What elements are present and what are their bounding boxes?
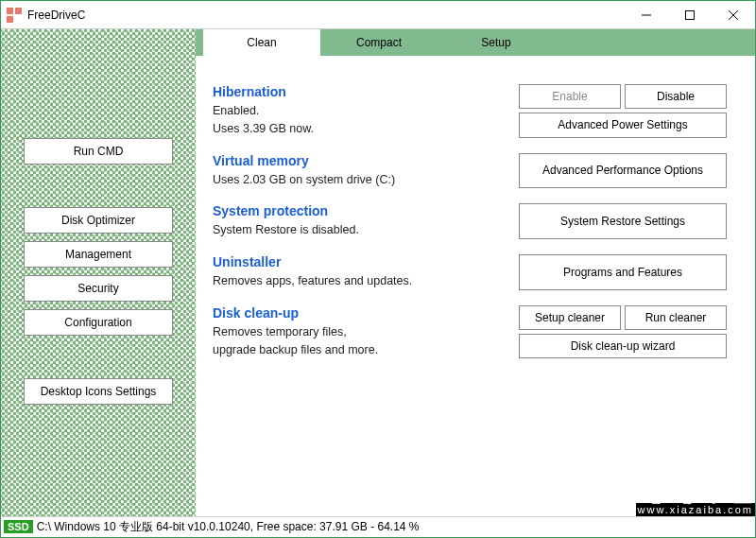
system-protection-status: System Restore is disabled. [213,221,519,239]
sidebar: Run CMD Disk Optimizer Management Securi… [1,29,196,517]
hibernation-status: Enabled. [213,102,519,120]
security-button[interactable]: Security [24,275,173,302]
desktop-icons-button[interactable]: Desktop Icons Settings [24,378,173,405]
svg-rect-4 [686,11,695,20]
disk-cleanup-wizard-button[interactable]: Disk clean-up wizard [519,334,727,359]
system-protection-title: System protection [213,203,519,218]
hibernation-disable-button[interactable]: Disable [625,84,727,109]
hibernation-enable-button[interactable]: Enable [519,84,621,109]
tabs-bar: Clean Compact Setup [196,29,755,56]
window-title: FreeDriveC [27,9,625,22]
virtual-memory-usage: Uses 2.03 GB on system drive (C:) [213,171,519,189]
programs-and-features-button[interactable]: Programs and Features [519,254,727,290]
content-area: Clean Compact Setup Hibernation Enabled.… [196,29,755,517]
disk-cleanup-title: Disk clean-up [213,305,519,321]
tab-compact[interactable]: Compact [320,29,438,56]
hibernation-usage: Uses 3.39 GB now. [213,120,519,138]
watermark-overlay: 下载吧 www.xiazaiba.com [636,460,755,516]
close-button[interactable] [712,1,755,29]
section-system-protection: System protection System Restore is disa… [213,203,727,239]
svg-rect-0 [7,8,13,14]
tab-setup[interactable]: Setup [438,29,555,56]
system-restore-settings-button[interactable]: System Restore Settings [519,203,727,239]
disk-cleanup-desc1: Removes temporary files, [213,323,519,341]
advanced-power-settings-button[interactable]: Advanced Power Settings [519,113,727,138]
advanced-performance-options-button[interactable]: Advanced Performance Options [519,153,727,189]
section-disk-cleanup: Disk clean-up Removes temporary files, u… [213,305,727,359]
section-hibernation: Hibernation Enabled. Uses 3.39 GB now. E… [213,84,727,138]
watermark-text: 下载吧 [636,460,755,503]
minimize-button[interactable] [625,1,668,29]
section-uninstaller: Uninstaller Removes apps, features and u… [213,254,727,290]
status-bar: SSD C:\ Windows 10 专业版 64-bit v10.0.1024… [2,516,754,536]
clean-panel: Hibernation Enabled. Uses 3.39 GB now. E… [196,56,755,383]
app-icon [7,8,22,23]
ssd-badge: SSD [4,520,33,533]
run-cleaner-button[interactable]: Run cleaner [625,305,727,330]
run-cmd-button[interactable]: Run CMD [24,138,173,165]
maximize-button[interactable] [668,1,712,29]
svg-rect-1 [15,8,22,14]
management-button[interactable]: Management [24,241,173,268]
configuration-button[interactable]: Configuration [24,309,173,336]
setup-cleaner-button[interactable]: Setup cleaner [519,305,621,330]
title-bar: FreeDriveC [1,1,755,29]
hibernation-title: Hibernation [213,84,519,99]
window-controls [625,1,755,28]
disk-cleanup-desc2: upgrade backup files and more. [213,341,519,359]
virtual-memory-title: Virtual memory [213,153,519,168]
uninstaller-title: Uninstaller [213,254,519,269]
status-text: C:\ Windows 10 专业版 64-bit v10.0.10240, F… [37,519,420,535]
main-area: Run CMD Disk Optimizer Management Securi… [1,29,755,517]
disk-optimizer-button[interactable]: Disk Optimizer [24,207,173,234]
uninstaller-desc: Removes apps, features and updates. [213,272,519,290]
tab-clean[interactable]: Clean [203,29,320,56]
svg-rect-2 [7,16,13,23]
watermark-url: www.xiazaiba.com [636,503,755,516]
section-virtual-memory: Virtual memory Uses 2.03 GB on system dr… [213,153,727,189]
